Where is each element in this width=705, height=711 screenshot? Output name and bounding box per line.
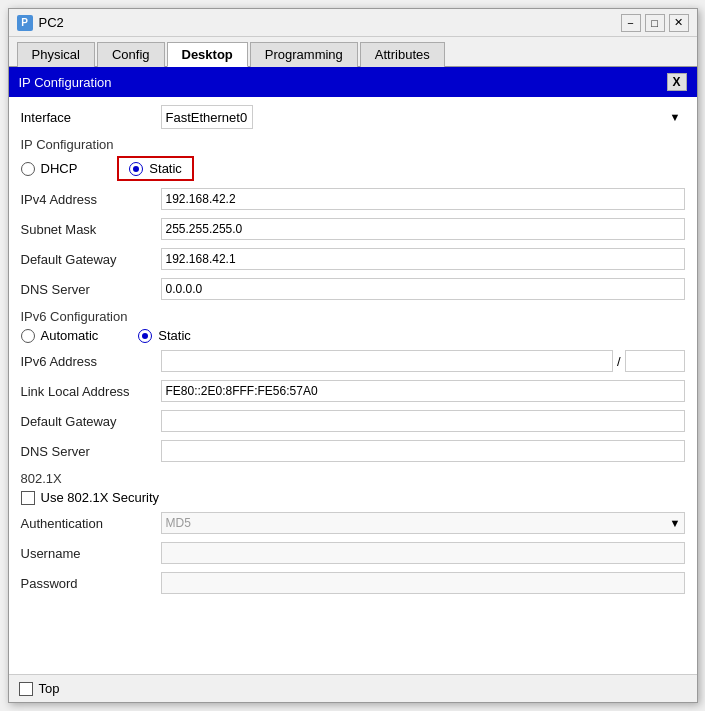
auto-radio[interactable] (21, 329, 35, 343)
ipv4-label: IPv4 Address (21, 192, 161, 207)
password-label: Password (21, 576, 161, 591)
dns-label: DNS Server (21, 282, 161, 297)
use-8021x-label: Use 802.1X Security (41, 490, 160, 505)
minimize-button[interactable]: − (621, 14, 641, 32)
ipv4-input[interactable] (161, 188, 685, 210)
tab-physical[interactable]: Physical (17, 42, 95, 67)
gateway6-label: Default Gateway (21, 414, 161, 429)
window-controls: − □ ✕ (621, 14, 689, 32)
title-bar: P PC2 − □ ✕ (9, 9, 697, 37)
tab-programming[interactable]: Programming (250, 42, 358, 67)
static6-option[interactable]: Static (138, 328, 191, 343)
interface-label: Interface (21, 110, 161, 125)
tab-attributes[interactable]: Attributes (360, 42, 445, 67)
use-8021x-checkbox[interactable] (21, 491, 35, 505)
dns6-row: DNS Server (21, 439, 685, 463)
8021x-section-label: 802.1X (21, 471, 685, 486)
ip-config-close[interactable]: X (667, 73, 687, 91)
username-input[interactable] (161, 542, 685, 564)
main-window: P PC2 − □ ✕ Physical Config Desktop Prog… (8, 8, 698, 703)
ipv6-section-label: IPv6 Configuration (21, 309, 685, 324)
close-button[interactable]: ✕ (669, 14, 689, 32)
window-title: PC2 (39, 15, 64, 30)
username-value (161, 542, 685, 564)
ipv6-slash: / (613, 354, 625, 369)
auth-label: Authentication (21, 516, 161, 531)
app-icon: P (17, 15, 33, 31)
auth-select[interactable]: MD5 (161, 512, 685, 534)
gateway-input[interactable] (161, 248, 685, 270)
static6-label: Static (158, 328, 191, 343)
static-label: Static (149, 161, 182, 176)
auth-select-wrapper: MD5 ▼ (161, 512, 685, 534)
ipv6-input[interactable] (161, 350, 613, 372)
username-row: Username (21, 541, 685, 565)
password-input[interactable] (161, 572, 685, 594)
ipv6-label: IPv6 Address (21, 354, 161, 369)
dns-input[interactable] (161, 278, 685, 300)
password-value (161, 572, 685, 594)
subnet-row: Subnet Mask (21, 217, 685, 241)
auto-option[interactable]: Automatic (21, 328, 99, 343)
ipv6-value: / (161, 350, 685, 372)
ipv4-value (161, 188, 685, 210)
content-area: IP Configuration X Interface FastEtherne… (9, 67, 697, 674)
interface-row: Interface FastEthernet0 ▼ (21, 105, 685, 129)
top-checkbox-row: Top (19, 681, 60, 696)
gateway6-value (161, 410, 685, 432)
subnet-label: Subnet Mask (21, 222, 161, 237)
tab-config[interactable]: Config (97, 42, 165, 67)
top-checkbox[interactable] (19, 682, 33, 696)
ipv6-row: IPv6 Address / (21, 349, 685, 373)
ipv6-mode-radio-group: Automatic Static (21, 328, 685, 343)
dhcp-radio[interactable] (21, 162, 35, 176)
gateway-value (161, 248, 685, 270)
username-label: Username (21, 546, 161, 561)
link-local-label: Link Local Address (21, 384, 161, 399)
static6-radio[interactable] (138, 329, 152, 343)
ipconfig-section-label: IP Configuration (21, 137, 685, 152)
tab-desktop[interactable]: Desktop (167, 42, 248, 67)
auth-row: Authentication MD5 ▼ (21, 511, 685, 535)
gateway-label: Default Gateway (21, 252, 161, 267)
bottom-bar: Top (9, 674, 697, 702)
interface-select-wrapper: FastEthernet0 ▼ (161, 105, 685, 129)
subnet-input[interactable] (161, 218, 685, 240)
static-option-box[interactable]: Static (117, 156, 194, 181)
gateway-row: Default Gateway (21, 247, 685, 271)
form-body: Interface FastEthernet0 ▼ IP Configurati… (9, 97, 697, 674)
ip-config-title: IP Configuration (19, 75, 112, 90)
title-bar-left: P PC2 (17, 15, 64, 31)
dns6-input[interactable] (161, 440, 685, 462)
password-row: Password (21, 571, 685, 595)
dhcp-label: DHCP (41, 161, 78, 176)
gateway6-row: Default Gateway (21, 409, 685, 433)
ip-config-header: IP Configuration X (9, 67, 697, 97)
link-local-input[interactable] (161, 380, 685, 402)
ipv6-prefix-input[interactable] (625, 350, 685, 372)
static-radio[interactable] (129, 162, 143, 176)
dns-row: DNS Server (21, 277, 685, 301)
dns-value (161, 278, 685, 300)
tabs-bar: Physical Config Desktop Programming Attr… (9, 37, 697, 67)
auto-label: Automatic (41, 328, 99, 343)
link-local-row: Link Local Address (21, 379, 685, 403)
use-8021x-row: Use 802.1X Security (21, 490, 685, 505)
link-local-value (161, 380, 685, 402)
ip-mode-radio-group: DHCP Static (21, 156, 685, 181)
maximize-button[interactable]: □ (645, 14, 665, 32)
subnet-value (161, 218, 685, 240)
interface-dropdown-arrow: ▼ (670, 111, 681, 123)
dns6-value (161, 440, 685, 462)
gateway6-input[interactable] (161, 410, 685, 432)
static-radio-dot (133, 166, 139, 172)
ipv4-row: IPv4 Address (21, 187, 685, 211)
interface-select[interactable]: FastEthernet0 (161, 105, 253, 129)
dns6-label: DNS Server (21, 444, 161, 459)
top-checkbox-label: Top (39, 681, 60, 696)
static6-radio-dot (142, 333, 148, 339)
dhcp-option[interactable]: DHCP (21, 161, 78, 176)
